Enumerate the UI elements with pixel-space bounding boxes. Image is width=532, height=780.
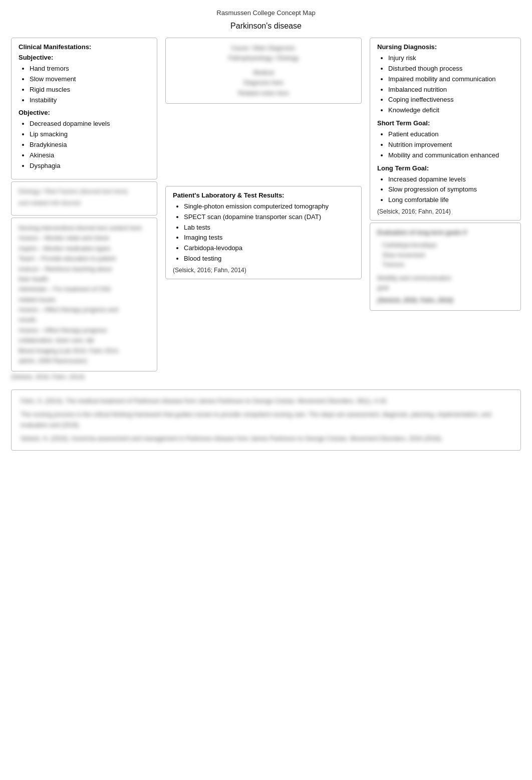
list-item: Akinesia [30, 151, 150, 160]
list-item: Hand tremors [30, 64, 150, 74]
long-goal-list: Increased dopamine levels Slow progressi… [377, 175, 513, 206]
list-item: Increased dopamine levels [388, 175, 513, 184]
right-column: Nursing Diagnosis: Injury risk Disturbed… [368, 36, 523, 313]
list-item: Blood testing [184, 254, 354, 264]
clinical-manifestations-box: Clinical Manifestations: Subjective: Han… [11, 38, 157, 179]
nursing-list: Injury risk Disturbed though process Imp… [377, 54, 513, 115]
right-citation: (Selsick, 2016; Fahn, 2014) [377, 208, 513, 215]
list-item: Long comfortable life [388, 196, 513, 205]
list-item: Instability [30, 96, 150, 105]
clinical-title: Clinical Manifestations: [19, 43, 150, 51]
page-header: Rasmussen College Concept Map [0, 0, 532, 22]
list-item: Patient education [388, 130, 513, 139]
blurred-left-box-1: Etiology / Risk Factors (blurred text he… [11, 181, 157, 216]
middle-column: Cause / Main Diagnosis: Pathophysiology … [161, 36, 366, 281]
subjective-title: Subjective: [19, 54, 150, 61]
lab-list: Single-photon emission computerized tomo… [173, 202, 354, 264]
references-section: Fahn, S. (2014). The medical treatment o… [11, 389, 521, 451]
list-item: Mobility and communication enhanced [388, 151, 513, 160]
lab-results-box: Patient's Laboratory & Test Results: Sin… [165, 186, 362, 279]
objective-list: Decreased dopamine levels Lip smacking B… [19, 119, 150, 170]
lab-citation: (Selsick, 2016; Fahn, 2014) [173, 267, 354, 274]
list-item: Impaired mobility and communication [388, 75, 513, 84]
nursing-title: Nursing Diagnosis: [377, 43, 513, 51]
list-item: Imaging tests [184, 233, 354, 243]
list-item: Coping ineffectiveness [388, 95, 513, 105]
subjective-list: Hand tremors Slow movement Rigid muscles… [19, 64, 150, 105]
blurred-left-box-2: Nursing interventions blurred text conte… [11, 218, 157, 371]
lab-title: Patient's Laboratory & Test Results: [173, 191, 354, 199]
list-item: Carbidopa-levodopa [184, 244, 354, 253]
short-goal-list: Patient education Nutrition improvement … [377, 130, 513, 160]
list-item: SPECT scan (dopamine transporter scan (D… [184, 213, 354, 222]
nursing-diagnosis-box: Nursing Diagnosis: Injury risk Disturbed… [370, 38, 521, 221]
list-item: Rigid muscles [30, 85, 150, 95]
institution-label: Rasmussen College Concept Map [216, 9, 315, 17]
list-item: Disturbed though process [388, 64, 513, 74]
list-item: Lab tests [184, 223, 354, 233]
list-item: Nutrition improvement [388, 140, 513, 150]
long-goal-title: Long Term Goal: [377, 164, 513, 172]
list-item: Decreased dopamine levels [30, 119, 150, 129]
objective-title: Objective: [19, 109, 150, 116]
list-item: Lip smacking [30, 130, 150, 139]
list-item: Dysphagia [30, 161, 150, 171]
list-item: Imbalanced nutrition [388, 85, 513, 95]
list-item: Single-photon emission computerized tomo… [184, 202, 354, 212]
list-item: Bradykinesia [30, 140, 150, 150]
blurred-right-box: Evaluation of long term goals if Carbido… [370, 223, 521, 311]
blurred-left-citation: (Selsick, 2016, Fahn, 2014) [11, 373, 157, 380]
main-title: Parkinson's disease [230, 22, 302, 30]
list-item: Slow progression of symptoms [388, 185, 513, 194]
list-item: Slow movement [30, 75, 150, 84]
list-item: Injury risk [388, 54, 513, 63]
list-item: Knowledge deficit [388, 106, 513, 115]
short-goal-title: Short Term Goal: [377, 119, 513, 127]
left-column: Clinical Manifestations: Subjective: Han… [9, 36, 159, 382]
blurred-mid-box-1: Cause / Main Diagnosis: Pathophysiology … [165, 38, 362, 104]
